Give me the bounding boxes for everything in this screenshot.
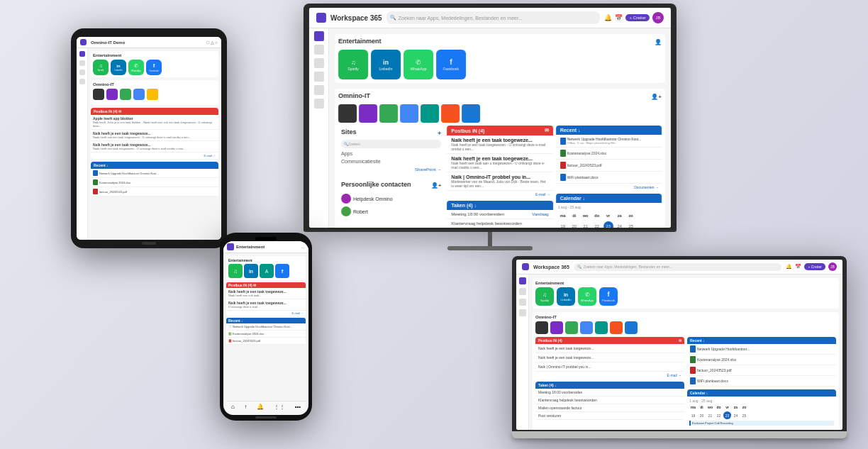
tablet-recent-2[interactable]: Kostenanalyse 2024.xlsx	[91, 178, 218, 187]
create-button[interactable]: + Creëer	[625, 14, 650, 21]
cal-day-20[interactable]: 20	[569, 221, 579, 228]
phone-postbus-2[interactable]: Naik heeft je een taak toegeweze... U on…	[226, 299, 306, 311]
laptop-omnino-1[interactable]	[535, 321, 548, 334]
tablet-postbus-1[interactable]: Apple heeft app blokker Naik heeft, John…	[91, 115, 218, 130]
phone-nav-more[interactable]: •••	[295, 404, 301, 410]
cal-day-22[interactable]: 22	[592, 221, 602, 228]
phone-linkedin[interactable]: in	[244, 264, 258, 278]
tablet-email-footer[interactable]: E-mail →	[91, 153, 218, 159]
documents-footer[interactable]: Documenten →	[556, 184, 662, 191]
app-whatsapp[interactable]: ✆ WhatsApp	[404, 50, 433, 79]
laptop-recent-2[interactable]: Kostenanalyse 2024.xlsx	[687, 355, 836, 365]
taken-item-2[interactable]: Klantervraag helpdesk beantwoorden	[447, 219, 552, 228]
tablet-postbus-2[interactable]: Naik heeft je een taak toegeweze... Naak…	[91, 130, 218, 141]
cal-day-24[interactable]: 24	[615, 221, 625, 228]
tablet-facebook[interactable]: f Facebook	[146, 60, 162, 75]
tablet-linkedin[interactable]: in LinkedIn	[111, 60, 126, 75]
tablet-omnino-2[interactable]	[106, 89, 118, 100]
laptop-taken-2[interactable]: Klantervraag helpdesk beantwoorden	[535, 397, 684, 404]
phone-spotify[interactable]: ♫	[228, 264, 243, 278]
tablet-omnino-3[interactable]	[120, 89, 131, 100]
omnino-app-3[interactable]	[379, 104, 398, 123]
phone-facebook[interactable]: f	[275, 264, 289, 278]
laptop-omnino-5[interactable]	[595, 321, 608, 334]
site-item-comm[interactable]: Communicatiesite	[341, 158, 441, 165]
omnino-app-7[interactable]	[462, 104, 480, 123]
contacts-add-icon[interactable]: 👤+	[431, 182, 442, 189]
laptop-postbus-3[interactable]: Naik | Omnino-IT probbel you in...	[535, 362, 684, 372]
laptop-app-linkedin[interactable]: in LinkedIn	[557, 287, 575, 306]
phone-email-footer[interactable]: E-mail →	[226, 311, 306, 316]
laptop-taken-4[interactable]: Post versturen	[535, 412, 684, 420]
laptop-bell-icon[interactable]: 🔔	[786, 264, 792, 270]
sites-search[interactable]: 🔍 Zoeken	[341, 140, 441, 148]
lc-22[interactable]: 22	[715, 411, 723, 419]
lc-25[interactable]: 25	[740, 411, 748, 419]
cal-day-19[interactable]: 19	[558, 221, 568, 228]
laptop-taken-1[interactable]: Meeting 18:00 voorbereiden	[535, 389, 684, 397]
laptop-recent-4[interactable]: WiFi plankaart.docx	[687, 376, 836, 387]
tablet-sidebar-2[interactable]	[79, 60, 85, 66]
tablet-omnino-4[interactable]	[133, 89, 145, 100]
sidebar-icon-5[interactable]	[313, 85, 323, 95]
calendar-icon[interactable]: 📅	[615, 14, 623, 21]
phone-recent-1[interactable]: 📄 Netwerk Upgrade Hoofdkantoor Omnino Ko…	[226, 323, 306, 331]
laptop-avatar[interactable]: JB	[828, 262, 837, 271]
laptop-app-spotify[interactable]: ♫ Spotify	[535, 287, 554, 306]
omnino-app-1[interactable]	[338, 104, 357, 123]
laptop-cal-icon[interactable]: 📅	[795, 264, 801, 270]
laptop-app-whatsapp[interactable]: ✆ WhatsApp	[578, 287, 596, 306]
laptop-omnino-2[interactable]	[550, 321, 563, 334]
tablet-spotify[interactable]: ♫ Spotify	[93, 60, 108, 75]
laptop-postbus-2[interactable]: Naik heeft je een taak toegeweze...	[535, 353, 684, 362]
phone-recent-2[interactable]: 📗 Kostenanalyse 2024.xlsx	[226, 331, 306, 338]
contact-name-2[interactable]: Robert	[353, 209, 368, 214]
contact-name-1[interactable]: Helpdesk Omnino	[353, 196, 393, 201]
laptop-sidebar-icon-3[interactable]	[519, 299, 526, 306]
laptop-sidebar-icon-2[interactable]	[519, 288, 526, 295]
laptop-create-button[interactable]: + Creëer	[804, 263, 825, 270]
postbus-item-2[interactable]: Naik heeft je een taak toegeweze... Naik…	[447, 154, 552, 172]
sidebar-icon-3[interactable]	[313, 58, 323, 68]
laptop-taken-3[interactable]: Mailen openstaande factuur	[535, 404, 684, 412]
laptop-search[interactable]: 🔍 Zoeken naar Apps, Mededelingen, Bestan…	[574, 263, 782, 271]
tablet-sidebar-1[interactable]	[79, 51, 85, 57]
monitor-search[interactable]: 🔍 Zoeken naar Apps, Mededelingen, Bestan…	[386, 11, 601, 24]
laptop-sidebar-icon-4[interactable]	[519, 309, 526, 316]
phone-nav-grid[interactable]: ⋮⋮	[274, 404, 285, 410]
sidebar-home-icon[interactable]	[313, 31, 323, 41]
recent-item-2[interactable]: Kostenanalyse 2024.xlsx	[556, 148, 662, 160]
laptop-recent-1[interactable]: Netwerk Upgrade Hoofdkantoor...	[687, 344, 836, 355]
tablet-sidebar-3[interactable]	[79, 70, 85, 75]
tablet-omnino-1[interactable]	[93, 89, 104, 100]
tablet-recent-1[interactable]: Netwerk Upgrade Hoofdkantoor Omnino Kost…	[91, 169, 218, 178]
add-icon[interactable]: +	[438, 130, 441, 137]
lc-19[interactable]: 19	[689, 411, 697, 419]
lc-24[interactable]: 24	[732, 411, 740, 419]
tablet-omnino-5[interactable]	[147, 89, 158, 100]
phone-recent-3[interactable]: 📕 factuur_20243523.pdf	[226, 338, 306, 345]
lc-20[interactable]: 20	[698, 411, 706, 419]
phone-postbus-1[interactable]: Naik heeft je een taak toegeweze... Naak…	[226, 288, 306, 299]
tablet-recent-3[interactable]: factuur_20243523.pdf	[91, 187, 218, 196]
laptop-cal-event[interactable]: Exclusive Project Call Recording	[689, 421, 834, 426]
lc-23[interactable]: 23	[723, 411, 731, 419]
sidebar-icon-4[interactable]	[313, 72, 323, 82]
app-linkedin[interactable]: in LinkedIn	[371, 50, 401, 79]
recent-item-1[interactable]: Netwerk Upgrade Hoofdkantoor Omnino Kost…	[556, 135, 662, 148]
cal-day-23[interactable]: 23	[603, 221, 613, 228]
tablet-sidebar-4[interactable]	[79, 79, 85, 84]
phone-nav-home[interactable]: ⌂	[231, 404, 235, 410]
bell-icon[interactable]: 🔔	[604, 14, 612, 21]
postbus-item-1[interactable]: Naik heeft je een taak toegeweze... Naik…	[447, 135, 552, 154]
laptop-omnino-4[interactable]	[580, 321, 593, 334]
recent-item-3[interactable]: factuur_20243523.pdf	[556, 160, 662, 172]
tablet-whatsapp[interactable]: ✆ WhatsApp	[128, 60, 144, 75]
postbus-item-3[interactable]: Naik | Omnino-IT probbel you in... Medew…	[447, 172, 552, 191]
phone-nav-share[interactable]: ↑	[244, 404, 247, 410]
sidebar-icon-6[interactable]	[313, 99, 323, 109]
laptop-app-facebook[interactable]: f Facebook	[599, 287, 618, 306]
omnino-app-6[interactable]	[441, 104, 460, 123]
postbus-footer[interactable]: E-mail →	[447, 191, 552, 198]
laptop-sidebar-icon-1[interactable]	[519, 277, 526, 284]
